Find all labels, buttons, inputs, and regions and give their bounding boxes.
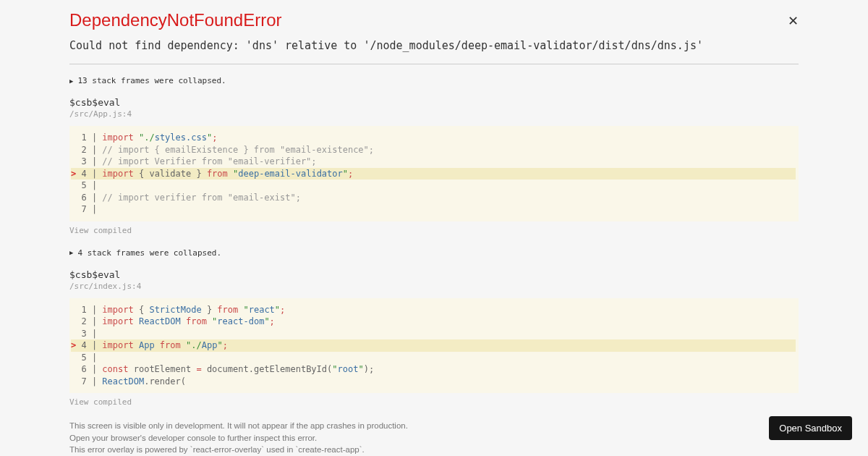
disclosure-icon: ▶ xyxy=(69,249,73,256)
footnote-line: Open your browser's developer console to… xyxy=(69,432,799,444)
footnote: This screen is visible only in developme… xyxy=(69,420,799,456)
code-line: 6 | const rootElement = document.getElem… xyxy=(71,363,796,376)
code-line: 1 | import "./styles.css"; xyxy=(71,132,796,144)
frame-name-2: $csb$eval xyxy=(69,269,799,280)
footnote-line: This error overlay is powered by `react-… xyxy=(69,444,799,456)
close-icon[interactable]: ✕ xyxy=(788,14,799,28)
code-line: 2 | // import { emailExistence } from "e… xyxy=(71,144,796,156)
view-compiled-1[interactable]: View compiled xyxy=(69,226,799,235)
divider xyxy=(69,64,799,64)
code-line-highlighted: > 4 | import App from "./App"; xyxy=(71,339,796,352)
frame-name-1: $csb$eval xyxy=(69,97,799,108)
frame-path-1: /src/App.js:4 xyxy=(69,109,799,119)
open-sandbox-button[interactable]: Open Sandbox xyxy=(769,416,852,440)
code-line: 5 | xyxy=(71,180,796,192)
error-message: Could not find dependency: 'dns' relativ… xyxy=(69,39,799,52)
code-line: 7 | xyxy=(71,203,796,216)
collapsed-text: 4 stack frames were collapsed. xyxy=(77,248,221,258)
code-line: 3 | xyxy=(71,328,796,340)
view-compiled-2[interactable]: View compiled xyxy=(69,397,799,407)
code-block-2: 1 | import { StrictMode } from "react"; … xyxy=(69,298,799,394)
code-line: 5 | xyxy=(71,352,796,364)
code-line: 6 | // import verifier from "email-exist… xyxy=(71,192,796,204)
disclosure-icon: ▶ xyxy=(69,77,73,85)
collapsed-frames-2[interactable]: ▶ 4 stack frames were collapsed. xyxy=(69,248,799,258)
code-line: 1 | import { StrictMode } from "react"; xyxy=(71,304,796,316)
collapsed-text: 13 stack frames were collapsed. xyxy=(77,76,226,85)
code-line-highlighted: > 4 | import { validate } from "deep-ema… xyxy=(71,168,796,180)
code-block-1: 1 | import "./styles.css"; 2 | // import… xyxy=(69,126,799,221)
frame-path-2: /src/index.js:4 xyxy=(69,282,799,291)
collapsed-frames-1[interactable]: ▶ 13 stack frames were collapsed. xyxy=(69,76,799,85)
error-title: DependencyNotFoundError xyxy=(69,10,799,30)
footnote-line: This screen is visible only in developme… xyxy=(69,420,799,432)
code-line: 7 | ReactDOM.render( xyxy=(71,376,796,388)
code-line: 3 | // import Verifier from "email-verif… xyxy=(71,156,796,168)
code-line: 2 | import ReactDOM from "react-dom"; xyxy=(71,316,796,328)
